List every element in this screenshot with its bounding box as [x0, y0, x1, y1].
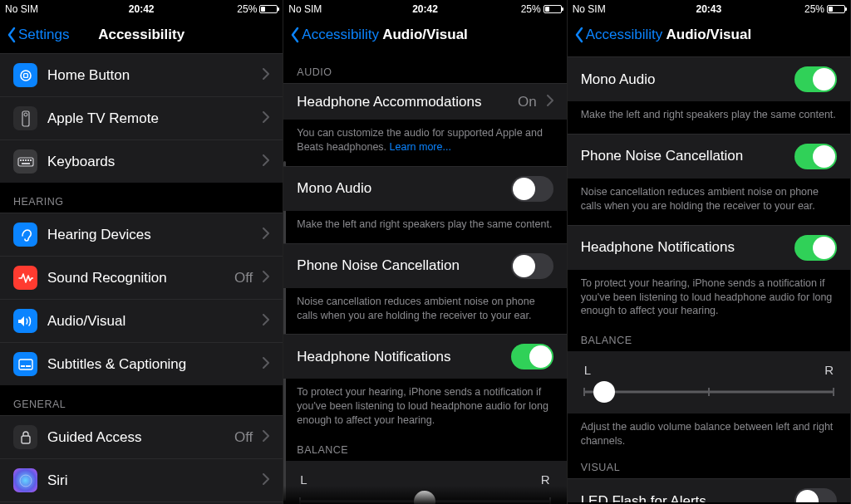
row-label: Headphone Accommodations: [297, 94, 508, 110]
row-label: Mono Audio: [581, 71, 785, 88]
svg-rect-5: [20, 159, 22, 161]
row-label: Phone Noise Cancellation: [581, 148, 785, 164]
status-bar: No SIM 20:42 25%: [283, 0, 566, 17]
row-sound-recognition[interactable]: Sound Recognition Off: [0, 257, 283, 300]
status-carrier: No SIM: [5, 3, 38, 15]
nav-bar: Accessibility Audio/Visual: [568, 17, 850, 53]
chevron-right-icon: [263, 67, 269, 84]
balance-slider[interactable]: L R: [283, 466, 566, 504]
toggle-mono-audio[interactable]: [794, 66, 837, 92]
battery-percent: 25%: [804, 3, 824, 15]
row-label: Keyboards: [47, 154, 253, 170]
row-label: Guided Access: [47, 429, 224, 446]
svg-rect-13: [26, 365, 31, 367]
row-led-flash-for-alerts[interactable]: LED Flash for Alerts: [568, 478, 850, 502]
svg-point-3: [24, 113, 27, 116]
status-bar: No SIM 20:43 25%: [568, 0, 850, 17]
toggle-noise-cancellation[interactable]: [794, 144, 837, 169]
section-header-hearing: HEARING: [0, 183, 283, 213]
toggle-led-flash[interactable]: [794, 488, 837, 502]
hearing-devices-icon: [13, 223, 37, 247]
row-headphone-notifications[interactable]: Headphone Notifications: [568, 225, 850, 270]
row-guided-access[interactable]: Guided Access Off: [0, 415, 283, 459]
battery-icon: [827, 5, 845, 13]
row-label: Subtitles & Captioning: [47, 356, 253, 373]
svg-rect-2: [22, 111, 29, 126]
row-label: Mono Audio: [297, 180, 500, 197]
slider-thumb[interactable]: [593, 381, 615, 403]
row-siri[interactable]: Siri: [0, 459, 283, 502]
row-keyboards[interactable]: Keyboards: [0, 140, 283, 183]
row-apple-tv-remote[interactable]: Apple TV Remote: [0, 97, 283, 140]
chevron-right-icon: [263, 472, 269, 489]
back-label: Accessibility: [302, 27, 379, 43]
row-label: Hearing Devices: [47, 227, 253, 243]
row-label: Audio/Visual: [47, 313, 253, 330]
footer-notify: To protect your hearing, iPhone sends a …: [283, 379, 566, 439]
keyboards-icon: [13, 149, 37, 174]
toggle-headphone-notifications[interactable]: [511, 344, 553, 369]
row-label: Headphone Notifications: [581, 239, 785, 256]
battery-icon: [544, 5, 562, 13]
pane-audio-visual-2: No SIM 20:43 25% Accessibility Audio/Vis…: [568, 0, 851, 504]
svg-rect-9: [30, 159, 32, 161]
footer-headphone-accommodations: You can customize the audio for supporte…: [283, 120, 566, 166]
back-button[interactable]: Accessibility: [574, 27, 663, 43]
footer-balance: Adjust the audio volume balance between …: [568, 413, 850, 460]
toggle-mono-audio[interactable]: [511, 176, 553, 202]
apple-tv-remote-icon: [13, 106, 37, 130]
status-battery: 25%: [521, 3, 562, 15]
row-hearing-devices[interactable]: Hearing Devices: [0, 213, 283, 257]
svg-rect-4: [18, 158, 33, 166]
status-battery: 25%: [237, 3, 278, 15]
section-header-balance: BALANCE: [283, 439, 566, 461]
back-button[interactable]: Accessibility: [290, 27, 379, 43]
row-phone-noise-cancellation[interactable]: Phone Noise Cancellation: [283, 243, 566, 288]
nav-bar: Accessibility Audio/Visual: [283, 17, 566, 53]
row-headphone-notifications[interactable]: Headphone Notifications: [283, 334, 566, 379]
row-phone-noise-cancellation[interactable]: Phone Noise Cancellation: [568, 134, 850, 179]
row-audio-visual[interactable]: Audio/Visual: [0, 300, 283, 343]
row-subtitles-captioning[interactable]: Subtitles & Captioning: [0, 343, 283, 385]
footer-noise: Noise cancellation reduces ambient noise…: [568, 179, 850, 225]
chevron-left-icon: [7, 27, 17, 43]
balance-l-label: L: [300, 472, 307, 487]
status-carrier: No SIM: [573, 3, 606, 15]
battery-icon: [259, 5, 278, 13]
row-mono-audio[interactable]: Mono Audio: [283, 166, 566, 211]
row-value: On: [518, 94, 537, 110]
toggle-headphone-notifications[interactable]: [794, 235, 837, 261]
svg-rect-14: [22, 436, 30, 443]
toggle-noise-cancellation[interactable]: [511, 253, 553, 279]
row-label: Phone Noise Cancellation: [297, 257, 500, 274]
svg-rect-7: [25, 159, 27, 161]
svg-rect-8: [27, 159, 29, 161]
svg-point-0: [21, 71, 31, 81]
scrollbar[interactable]: [283, 161, 286, 501]
back-button[interactable]: Settings: [7, 27, 69, 43]
sound-recognition-icon: [13, 266, 37, 290]
learn-more-link[interactable]: Learn more...: [390, 141, 451, 153]
row-label: Siri: [47, 472, 253, 489]
chevron-right-icon: [263, 154, 269, 170]
svg-point-15: [20, 475, 32, 487]
row-headphone-accommodations[interactable]: Headphone Accommodations On: [283, 83, 566, 120]
chevron-right-icon: [263, 356, 269, 373]
subtitles-icon: [13, 352, 37, 376]
row-label: Headphone Notifications: [297, 349, 500, 365]
svg-rect-11: [19, 360, 32, 369]
svg-rect-6: [22, 159, 24, 161]
audio-visual-icon: [13, 309, 37, 333]
section-header-balance: BALANCE: [568, 330, 850, 351]
row-home-button[interactable]: Home Button: [0, 54, 283, 97]
balance-l-label: L: [584, 363, 591, 377]
row-mono-audio[interactable]: Mono Audio: [568, 56, 850, 101]
balance-slider[interactable]: L R: [568, 356, 850, 405]
back-label: Settings: [18, 27, 69, 43]
balance-r-label: R: [824, 363, 834, 377]
slider-thumb[interactable]: [414, 491, 435, 504]
section-header-audio: AUDIO: [283, 53, 566, 83]
home-button-icon: [13, 63, 37, 87]
pane-accessibility-root: No SIM 20:42 25% Settings Accessibility: [0, 0, 283, 504]
chevron-left-icon: [574, 27, 584, 43]
